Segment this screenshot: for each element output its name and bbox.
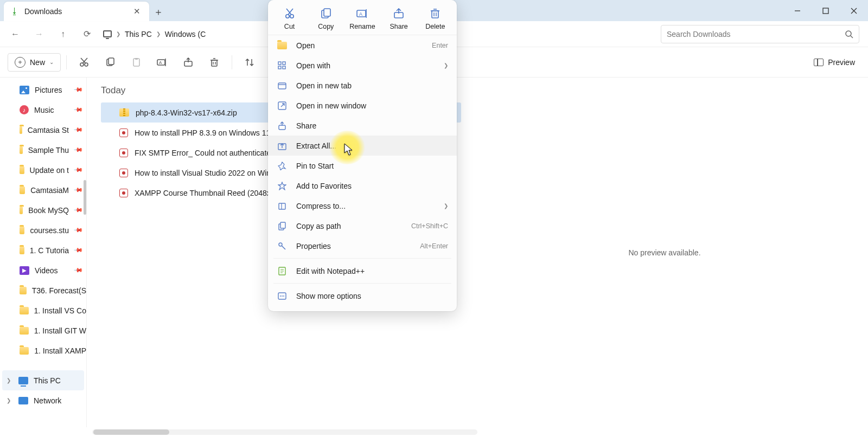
nav-pane[interactable]: Pictures📌 ♪Music📌 Camtasia St📌 Sample Th… — [0, 78, 87, 427]
forward-button[interactable]: → — [28, 23, 50, 45]
copy-button[interactable] — [98, 52, 122, 73]
sidebar-item-folder[interactable]: T36. Forecast(S — [0, 280, 86, 300]
ctx-open-with[interactable]: Open with❯ — [268, 55, 457, 75]
rename-button[interactable]: A — [150, 52, 174, 73]
new-button[interactable]: + New ⌄ — [8, 53, 61, 72]
pin-icon: 📌 — [73, 165, 83, 175]
search-input[interactable] — [667, 30, 839, 38]
properties-icon — [277, 242, 288, 250]
sidebar-item-videos[interactable]: ▶Videos📌 — [0, 260, 86, 280]
sidebar-item-folder[interactable]: CamtasiaM📌 — [0, 180, 86, 200]
sidebar-item-folder[interactable]: 1. Install GIT W — [0, 320, 86, 340]
svg-rect-38 — [278, 62, 281, 65]
new-tab-icon — [277, 81, 288, 90]
breadcrumb-this-pc[interactable]: This PC — [125, 30, 152, 38]
divider — [66, 55, 67, 69]
horizontal-scrollbar[interactable] — [0, 427, 868, 437]
ctx-extract-all[interactable]: Extract All... — [268, 136, 457, 156]
folder-icon — [20, 146, 23, 154]
sidebar-item-network[interactable]: ❯Network — [0, 390, 86, 410]
ctx-open-window[interactable]: Open in new window — [268, 95, 457, 115]
ctx-copy-path[interactable]: Copy as pathCtrl+Shift+C — [268, 216, 457, 236]
close-window-button[interactable] — [840, 0, 868, 21]
paste-button[interactable] — [124, 52, 148, 73]
sidebar-item-folder[interactable]: Sample Thu📌 — [0, 140, 86, 160]
delete-button[interactable] — [202, 52, 226, 73]
chevron-right-icon: ❯ — [156, 31, 161, 37]
svg-point-6 — [80, 63, 84, 66]
share-button[interactable] — [176, 52, 200, 73]
maximize-button[interactable] — [812, 0, 840, 21]
ctx-compress[interactable]: Compress to...❯ — [268, 196, 457, 216]
copy-icon — [317, 7, 335, 21]
chevron-right-icon: ❯ — [444, 62, 448, 68]
more-options-icon — [277, 292, 288, 300]
cut-button[interactable] — [72, 52, 96, 73]
sidebar-item-this-pc[interactable]: ❯This PC — [2, 370, 84, 390]
svg-rect-13 — [135, 58, 138, 60]
delete-icon — [426, 7, 444, 21]
search-box[interactable] — [661, 25, 859, 43]
share-icon — [277, 121, 288, 130]
cut-icon — [281, 7, 298, 21]
pictures-icon — [20, 86, 29, 94]
ctx-share[interactable]: Share — [268, 115, 457, 136]
music-icon: ♪ — [20, 105, 29, 114]
ctx-cut-button[interactable]: Cut — [272, 7, 307, 30]
sidebar-item-folder[interactable]: 1. Install XAMP — [0, 340, 86, 361]
ctx-delete-button[interactable]: Delete — [418, 7, 452, 30]
ctx-open[interactable]: OpenEnter — [268, 35, 457, 55]
new-label: New — [30, 58, 45, 67]
chevron-right-icon[interactable]: ❯ — [7, 377, 13, 383]
minimize-button[interactable] — [783, 0, 812, 21]
ctx-pin-start[interactable]: Pin to Start — [268, 156, 457, 176]
folder-icon — [20, 187, 25, 194]
ctx-properties[interactable]: PropertiesAlt+Enter — [268, 236, 457, 256]
sidebar-item-music[interactable]: ♪Music📌 — [0, 100, 86, 120]
ctx-share-button[interactable]: Share — [381, 7, 416, 30]
camrec-icon — [119, 149, 128, 157]
svg-rect-40 — [278, 66, 281, 69]
camrec-icon — [119, 169, 128, 177]
svg-rect-12 — [133, 59, 139, 66]
search-icon[interactable] — [845, 30, 853, 38]
open-with-icon — [277, 61, 288, 70]
svg-point-57 — [280, 295, 281, 297]
sidebar-item-folder[interactable]: Book MySQ📌 — [0, 200, 86, 220]
sidebar-item-folder[interactable]: 1. C Tutoria📌 — [0, 240, 86, 260]
tab-close-icon[interactable]: ✕ — [131, 4, 143, 18]
back-button[interactable]: ← — [4, 23, 26, 45]
sidebar-item-pictures[interactable]: Pictures📌 — [0, 80, 86, 100]
sort-button[interactable] — [238, 52, 261, 73]
pin-icon: 📌 — [73, 105, 83, 115]
preview-toggle[interactable]: Preview — [808, 55, 860, 70]
ctx-rename-button[interactable]: ARename — [345, 7, 380, 30]
refresh-button[interactable]: ⟳ — [76, 23, 98, 45]
folder-icon — [20, 287, 27, 294]
pin-icon: 📌 — [73, 225, 83, 235]
ctx-favorites[interactable]: Add to Favorites — [268, 176, 457, 196]
ctx-notepad[interactable]: Edit with Notepad++ — [268, 261, 457, 281]
breadcrumb-drive[interactable]: Windows (C — [165, 30, 206, 38]
ctx-copy-button[interactable]: Copy — [309, 7, 343, 30]
folder-icon — [20, 247, 24, 254]
ctx-more-options[interactable]: Show more options — [268, 286, 457, 306]
copy-path-icon — [277, 222, 288, 230]
tab-downloads[interactable]: ⭳ Downloads ✕ — [4, 2, 149, 21]
sidebar-item-folder[interactable]: Update on t📌 — [0, 160, 86, 180]
sidebar-item-folder[interactable]: courses.stu📌 — [0, 220, 86, 240]
up-button[interactable]: ↑ — [52, 23, 74, 45]
chevron-right-icon[interactable]: ❯ — [7, 397, 13, 403]
folder-open-icon — [277, 42, 288, 49]
sidebar-item-folder[interactable]: Camtasia St📌 — [0, 120, 86, 140]
sidebar-scrollbar[interactable] — [84, 180, 86, 215]
svg-text:A: A — [359, 11, 362, 17]
folder-icon — [20, 327, 29, 335]
new-tab-button[interactable]: ＋ — [149, 3, 168, 21]
ctx-open-tab[interactable]: Open in new tab — [268, 75, 457, 95]
plus-circle-icon: + — [15, 57, 25, 68]
sidebar-item-folder[interactable]: 1. Install VS Co — [0, 300, 86, 320]
svg-rect-41 — [283, 66, 285, 69]
notepad-icon — [277, 267, 288, 275]
preview-pane: No preview available. — [461, 78, 868, 427]
